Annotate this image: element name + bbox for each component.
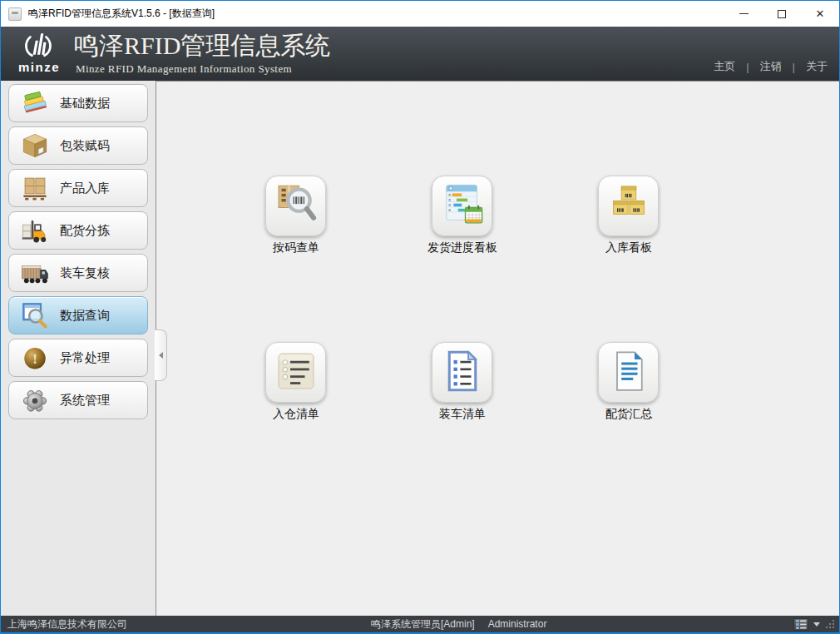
tile-group: 入仓清单: [265, 342, 327, 403]
sidebar-item-data-query[interactable]: 数据查询: [8, 296, 148, 334]
status-dropdown-button[interactable]: [813, 622, 820, 627]
pallet-boxes-icon: [19, 172, 51, 204]
sidebar-item-label: 数据查询: [60, 308, 110, 324]
tile-label: 按码查单: [273, 240, 319, 255]
container-truck-icon: [19, 257, 51, 289]
tile-query-by-code[interactable]: [265, 176, 326, 236]
main-content: [156, 81, 839, 616]
nav-about-link[interactable]: 关于: [806, 59, 828, 74]
list-view-icon: [796, 620, 807, 629]
tile-group: 入库看板: [598, 176, 660, 236]
barcode-search-icon: [273, 181, 319, 231]
sidebar-item-label: 配货分拣: [60, 223, 110, 239]
sidebar-item-label: 包装赋码: [60, 138, 110, 154]
tile-label: 入仓清单: [273, 407, 319, 422]
sidebar-item-product-inbound[interactable]: 产品入库: [8, 169, 148, 207]
resize-grip-icon[interactable]: [825, 619, 835, 629]
tile-label: 装车清单: [439, 407, 486, 422]
header-title: 鸣泽RFID管理信息系统: [74, 29, 330, 63]
close-button[interactable]: ✕: [801, 1, 839, 27]
tile-warehouse-list[interactable]: [265, 342, 326, 403]
close-icon: ✕: [816, 8, 825, 19]
alert-sphere-icon: !: [19, 342, 51, 374]
sidebar-item-loading-check[interactable]: 装车复核: [8, 254, 148, 292]
sidebar-item-label: 装车复核: [60, 265, 110, 281]
tile-group: 配货汇总: [598, 342, 660, 403]
nav-home-link[interactable]: 主页: [714, 59, 735, 74]
minze-logo-mark: [14, 31, 64, 59]
collapse-arrow-icon: [159, 352, 163, 359]
window-title: 鸣泽RFID管理信息系统V1.5.6 - [数据查询]: [28, 7, 215, 21]
search-window-icon: [19, 300, 51, 331]
sidebar-item-exception-handling[interactable]: ! 异常处理: [8, 339, 148, 377]
stacked-boxes-icon: [605, 181, 652, 231]
tile-group: 发货进度看板: [432, 176, 493, 236]
tile-group: 按码查单: [265, 176, 327, 236]
books-icon: [19, 87, 51, 119]
sidebar-item-basic-data[interactable]: 基础数据: [8, 84, 148, 122]
status-bar: 上海鸣泽信息技术有限公司 鸣泽系统管理员[Admin]Administrator: [1, 616, 839, 632]
window-controls: ✕: [724, 1, 839, 27]
nav-logout-link[interactable]: 注销: [760, 59, 782, 74]
sidebar-item-label: 异常处理: [60, 350, 110, 366]
link-separator: |: [793, 61, 795, 73]
tile-label: 发货进度看板: [427, 240, 497, 255]
body-area: 基础数据 包装赋码: [1, 81, 839, 616]
gantt-calendar-icon: [439, 181, 486, 231]
status-user-name: 鸣泽系统管理员[Admin]: [371, 618, 475, 630]
logo-text: minze: [11, 60, 67, 74]
status-user: 鸣泽系统管理员[Admin]Administrator: [371, 617, 546, 632]
view-mode-button[interactable]: [793, 618, 808, 631]
package-box-icon: [19, 130, 51, 161]
sidebar-item-label: 基础数据: [60, 96, 110, 111]
tile-label: 配货汇总: [605, 407, 652, 422]
maximize-button[interactable]: [763, 1, 801, 27]
status-bar-icons: [793, 618, 835, 631]
sidebar-collapse-handle[interactable]: [155, 329, 167, 381]
document-summary-icon: [605, 348, 652, 398]
tile-allocation-summary[interactable]: [598, 342, 659, 403]
sidebar-item-label: 产品入库: [60, 181, 110, 196]
app-window: 鸣泽RFID管理信息系统V1.5.6 - [数据查询] ✕ minze: [0, 0, 840, 634]
status-user-role: Administrator: [488, 618, 547, 630]
app-header: minze 鸣泽RFID管理信息系统 Minze RFID Management…: [1, 27, 839, 81]
tile-inbound-board[interactable]: [598, 176, 659, 236]
tile-group: 装车清单: [432, 342, 493, 403]
app-icon: [8, 7, 22, 21]
header-subtitle: Minze RFID Management Information System: [76, 62, 292, 76]
sidebar: 基础数据 包装赋码: [1, 81, 156, 616]
sidebar-item-system-admin[interactable]: 系统管理: [8, 381, 148, 419]
gear-icon: [19, 384, 51, 416]
minimize-icon: [739, 13, 749, 14]
forklift-icon: [19, 215, 51, 246]
tile-shipping-progress-board[interactable]: [432, 176, 492, 236]
link-separator: |: [746, 61, 749, 73]
sidebar-item-label: 系统管理: [60, 393, 110, 409]
status-company: 上海鸣泽信息技术有限公司: [7, 617, 127, 632]
minimize-button[interactable]: [724, 1, 763, 27]
header-links: 主页 | 注销 | 关于: [714, 59, 828, 74]
clipboard-list-icon: [439, 348, 486, 398]
sidebar-item-package-coding[interactable]: 包装赋码: [8, 126, 148, 165]
note-list-icon: [273, 348, 319, 398]
title-bar: 鸣泽RFID管理信息系统V1.5.6 - [数据查询] ✕: [1, 1, 839, 27]
tile-loading-list[interactable]: [432, 342, 492, 403]
sidebar-item-picking[interactable]: 配货分拣: [8, 211, 148, 250]
svg-text:!: !: [32, 351, 37, 367]
minze-logo: minze: [11, 31, 67, 74]
tile-label: 入库看板: [605, 240, 652, 255]
maximize-icon: [778, 10, 786, 18]
